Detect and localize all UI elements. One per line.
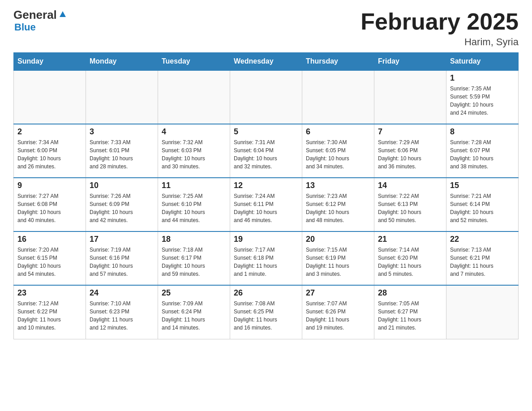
day-number: 22 <box>450 235 515 244</box>
calendar-title: February 2025 <box>360 9 519 34</box>
header-sunday: Sunday <box>14 53 86 71</box>
calendar-cell-w1-d3: 5Sunrise: 7:31 AM Sunset: 6:04 PM Daylig… <box>230 124 302 178</box>
day-info: Sunrise: 7:19 AM Sunset: 6:16 PM Dayligh… <box>90 246 154 278</box>
day-info: Sunrise: 7:17 AM Sunset: 6:18 PM Dayligh… <box>234 246 298 278</box>
calendar-cell-w2-d1: 10Sunrise: 7:26 AM Sunset: 6:09 PM Dayli… <box>86 178 158 231</box>
week-row-0: 1Sunrise: 7:35 AM Sunset: 5:59 PM Daylig… <box>14 70 519 124</box>
page-header: General Blue February 2025 Harim, Syria <box>13 9 519 48</box>
header-saturday: Saturday <box>446 53 519 71</box>
calendar-cell-w0-d3 <box>230 70 302 124</box>
day-info: Sunrise: 7:26 AM Sunset: 6:09 PM Dayligh… <box>90 192 154 224</box>
logo-blue-text: Blue <box>14 21 36 33</box>
day-info: Sunrise: 7:34 AM Sunset: 6:00 PM Dayligh… <box>17 138 82 171</box>
day-info: Sunrise: 7:05 AM Sunset: 6:27 PM Dayligh… <box>378 300 442 332</box>
day-info: Sunrise: 7:07 AM Sunset: 6:26 PM Dayligh… <box>306 300 370 332</box>
calendar-cell-w3-d0: 16Sunrise: 7:20 AM Sunset: 6:15 PM Dayli… <box>14 231 86 285</box>
day-info: Sunrise: 7:30 AM Sunset: 6:05 PM Dayligh… <box>306 138 370 171</box>
calendar-cell-w1-d4: 6Sunrise: 7:30 AM Sunset: 6:05 PM Daylig… <box>302 124 374 178</box>
calendar-cell-w0-d5 <box>374 70 446 124</box>
calendar-cell-w3-d4: 20Sunrise: 7:15 AM Sunset: 6:19 PM Dayli… <box>302 231 374 285</box>
day-number: 17 <box>90 235 154 244</box>
day-number: 21 <box>378 235 442 244</box>
day-number: 12 <box>234 181 298 190</box>
calendar-cell-w3-d3: 19Sunrise: 7:17 AM Sunset: 6:18 PM Dayli… <box>230 231 302 285</box>
day-number: 24 <box>90 288 154 298</box>
day-number: 9 <box>17 181 82 190</box>
calendar-cell-w3-d1: 17Sunrise: 7:19 AM Sunset: 6:16 PM Dayli… <box>86 231 158 285</box>
day-info: Sunrise: 7:10 AM Sunset: 6:23 PM Dayligh… <box>90 300 154 332</box>
day-number: 2 <box>17 127 82 137</box>
day-info: Sunrise: 7:29 AM Sunset: 6:06 PM Dayligh… <box>378 138 442 171</box>
calendar-cell-w2-d2: 11Sunrise: 7:25 AM Sunset: 6:10 PM Dayli… <box>158 178 230 231</box>
calendar-cell-w0-d6: 1Sunrise: 7:35 AM Sunset: 5:59 PM Daylig… <box>446 70 519 124</box>
day-info: Sunrise: 7:22 AM Sunset: 6:13 PM Dayligh… <box>378 192 442 224</box>
day-info: Sunrise: 7:25 AM Sunset: 6:10 PM Dayligh… <box>162 192 226 224</box>
calendar-cell-w3-d5: 21Sunrise: 7:14 AM Sunset: 6:20 PM Dayli… <box>374 231 446 285</box>
day-info: Sunrise: 7:20 AM Sunset: 6:15 PM Dayligh… <box>17 246 82 278</box>
calendar-header-row: Sunday Monday Tuesday Wednesday Thursday… <box>14 53 519 71</box>
day-number: 20 <box>306 235 370 244</box>
calendar-cell-w2-d3: 12Sunrise: 7:24 AM Sunset: 6:11 PM Dayli… <box>230 178 302 231</box>
day-info: Sunrise: 7:24 AM Sunset: 6:11 PM Dayligh… <box>234 192 298 224</box>
header-wednesday: Wednesday <box>230 53 302 71</box>
header-thursday: Thursday <box>302 53 374 71</box>
day-number: 4 <box>162 127 226 137</box>
calendar-cell-w0-d4 <box>302 70 374 124</box>
header-tuesday: Tuesday <box>158 53 230 71</box>
day-number: 10 <box>90 181 154 190</box>
day-number: 19 <box>234 235 298 244</box>
calendar-cell-w4-d5: 28Sunrise: 7:05 AM Sunset: 6:27 PM Dayli… <box>374 285 446 339</box>
calendar-cell-w0-d1 <box>86 70 158 124</box>
day-number: 27 <box>306 288 370 298</box>
calendar-cell-w0-d2 <box>158 70 230 124</box>
calendar-cell-w4-d2: 25Sunrise: 7:09 AM Sunset: 6:24 PM Dayli… <box>158 285 230 339</box>
svg-marker-0 <box>60 11 66 17</box>
day-info: Sunrise: 7:18 AM Sunset: 6:17 PM Dayligh… <box>162 246 226 278</box>
week-row-2: 9Sunrise: 7:27 AM Sunset: 6:08 PM Daylig… <box>14 178 519 231</box>
day-info: Sunrise: 7:15 AM Sunset: 6:19 PM Dayligh… <box>306 246 370 278</box>
day-info: Sunrise: 7:12 AM Sunset: 6:22 PM Dayligh… <box>17 300 82 332</box>
calendar-cell-w4-d0: 23Sunrise: 7:12 AM Sunset: 6:22 PM Dayli… <box>14 285 86 339</box>
calendar-cell-w1-d6: 8Sunrise: 7:28 AM Sunset: 6:07 PM Daylig… <box>446 124 519 178</box>
day-number: 28 <box>378 288 442 298</box>
day-info: Sunrise: 7:35 AM Sunset: 5:59 PM Dayligh… <box>450 85 515 117</box>
day-number: 11 <box>162 181 226 190</box>
calendar-cell-w1-d5: 7Sunrise: 7:29 AM Sunset: 6:06 PM Daylig… <box>374 124 446 178</box>
day-number: 26 <box>234 288 298 298</box>
day-number: 3 <box>90 127 154 137</box>
week-row-4: 23Sunrise: 7:12 AM Sunset: 6:22 PM Dayli… <box>14 285 519 339</box>
calendar-cell-w3-d2: 18Sunrise: 7:18 AM Sunset: 6:17 PM Dayli… <box>158 231 230 285</box>
calendar-cell-w4-d6 <box>446 285 519 339</box>
header-friday: Friday <box>374 53 446 71</box>
logo-triangle-icon <box>58 9 68 19</box>
week-row-1: 2Sunrise: 7:34 AM Sunset: 6:00 PM Daylig… <box>14 124 519 178</box>
calendar-cell-w0-d0 <box>14 70 86 124</box>
day-number: 13 <box>306 181 370 190</box>
day-info: Sunrise: 7:33 AM Sunset: 6:01 PM Dayligh… <box>90 138 154 171</box>
calendar-cell-w2-d0: 9Sunrise: 7:27 AM Sunset: 6:08 PM Daylig… <box>14 178 86 231</box>
calendar-cell-w3-d6: 22Sunrise: 7:13 AM Sunset: 6:21 PM Dayli… <box>446 231 519 285</box>
day-info: Sunrise: 7:14 AM Sunset: 6:20 PM Dayligh… <box>378 246 442 278</box>
title-area: February 2025 Harim, Syria <box>360 9 519 48</box>
day-info: Sunrise: 7:21 AM Sunset: 6:14 PM Dayligh… <box>450 192 515 224</box>
day-info: Sunrise: 7:13 AM Sunset: 6:21 PM Dayligh… <box>450 246 515 278</box>
day-info: Sunrise: 7:08 AM Sunset: 6:25 PM Dayligh… <box>234 300 298 332</box>
week-row-3: 16Sunrise: 7:20 AM Sunset: 6:15 PM Dayli… <box>14 231 519 285</box>
header-monday: Monday <box>86 53 158 71</box>
day-info: Sunrise: 7:28 AM Sunset: 6:07 PM Dayligh… <box>450 138 515 171</box>
day-info: Sunrise: 7:27 AM Sunset: 6:08 PM Dayligh… <box>17 192 82 224</box>
calendar-cell-w2-d4: 13Sunrise: 7:23 AM Sunset: 6:12 PM Dayli… <box>302 178 374 231</box>
calendar-cell-w1-d1: 3Sunrise: 7:33 AM Sunset: 6:01 PM Daylig… <box>86 124 158 178</box>
day-number: 1 <box>450 73 515 83</box>
day-number: 7 <box>378 127 442 137</box>
day-number: 18 <box>162 235 226 244</box>
day-number: 6 <box>306 127 370 137</box>
day-info: Sunrise: 7:32 AM Sunset: 6:03 PM Dayligh… <box>162 138 226 171</box>
day-number: 23 <box>17 288 82 298</box>
day-number: 14 <box>378 181 442 190</box>
day-info: Sunrise: 7:23 AM Sunset: 6:12 PM Dayligh… <box>306 192 370 224</box>
calendar-cell-w1-d0: 2Sunrise: 7:34 AM Sunset: 6:00 PM Daylig… <box>14 124 86 178</box>
calendar-cell-w1-d2: 4Sunrise: 7:32 AM Sunset: 6:03 PM Daylig… <box>158 124 230 178</box>
calendar-cell-w4-d4: 27Sunrise: 7:07 AM Sunset: 6:26 PM Dayli… <box>302 285 374 339</box>
calendar-cell-w4-d1: 24Sunrise: 7:10 AM Sunset: 6:23 PM Dayli… <box>86 285 158 339</box>
